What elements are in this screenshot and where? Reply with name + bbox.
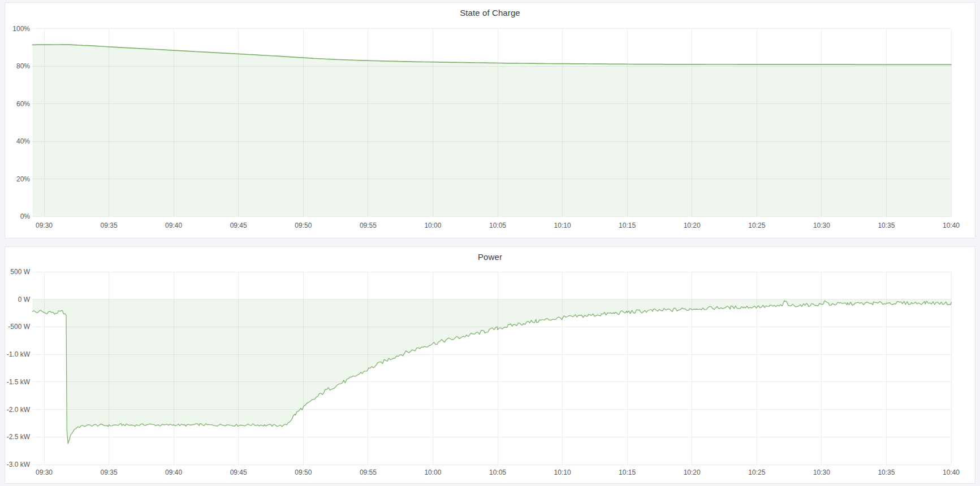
svg-text:-2.0 kW: -2.0 kW [7,406,31,414]
svg-text:09:35: 09:35 [101,222,118,229]
panel-power: Power 500 W0 W-500 W-1.0 kW-1.5 kW-2.0 k… [5,246,975,484]
svg-text:09:35: 09:35 [101,468,118,476]
svg-text:10:25: 10:25 [748,222,765,229]
svg-text:10:30: 10:30 [813,468,830,476]
svg-text:09:45: 09:45 [230,222,247,229]
panel-title-state-of-charge[interactable]: State of Charge [5,8,975,18]
svg-text:09:40: 09:40 [165,222,182,229]
svg-text:500 W: 500 W [10,268,30,276]
panel-state-of-charge: State of Charge 100%80%60%40%20%0%09:300… [5,2,975,238]
svg-text:10:20: 10:20 [684,468,701,476]
svg-text:10:05: 10:05 [489,222,506,229]
svg-text:10:15: 10:15 [619,468,636,476]
svg-text:10:40: 10:40 [943,468,960,476]
svg-text:10:25: 10:25 [748,468,765,476]
svg-text:09:30: 09:30 [36,468,53,476]
y-axis-labels: 100%80%60%40%20%0% [12,25,30,221]
svg-text:0%: 0% [20,212,31,220]
svg-text:-3.0 kW: -3.0 kW [7,461,31,468]
dashboard: State of Charge 100%80%60%40%20%0%09:300… [0,0,980,486]
svg-text:60%: 60% [16,100,30,108]
svg-text:10:20: 10:20 [684,222,701,229]
series-fill [32,300,951,444]
svg-text:09:55: 09:55 [360,222,377,229]
svg-text:80%: 80% [16,62,30,70]
svg-text:10:35: 10:35 [878,468,895,476]
svg-text:10:35: 10:35 [878,222,895,229]
svg-text:0 W: 0 W [18,296,31,303]
svg-text:10:30: 10:30 [813,222,830,229]
svg-text:10:00: 10:00 [424,468,441,476]
svg-text:10:10: 10:10 [554,468,571,476]
svg-text:09:45: 09:45 [230,468,247,476]
svg-text:100%: 100% [12,25,30,33]
series-fill [32,45,951,216]
svg-text:09:40: 09:40 [165,468,182,476]
state-of-charge-chart[interactable]: 100%80%60%40%20%0%09:3009:3509:4009:4509… [5,3,975,238]
svg-text:09:50: 09:50 [295,468,312,476]
svg-text:10:40: 10:40 [943,222,960,229]
x-axis-labels: 09:3009:3509:4009:4509:5009:5510:0010:05… [36,468,960,476]
svg-text:09:30: 09:30 [36,222,53,229]
x-axis-labels: 09:3009:3509:4009:4509:5009:5510:0010:05… [36,222,960,229]
power-chart[interactable]: 500 W0 W-500 W-1.0 kW-1.5 kW-2.0 kW-2.5 … [5,247,975,483]
svg-text:40%: 40% [16,137,30,145]
svg-text:20%: 20% [16,175,30,183]
svg-text:-500 W: -500 W [8,323,30,331]
panel-title-power[interactable]: Power [5,252,975,262]
svg-text:09:55: 09:55 [360,468,377,476]
y-axis-labels: 500 W0 W-500 W-1.0 kW-1.5 kW-2.0 kW-2.5 … [7,268,31,468]
svg-text:-1.5 kW: -1.5 kW [7,378,31,386]
svg-text:10:10: 10:10 [554,222,571,229]
svg-text:10:15: 10:15 [619,222,636,229]
svg-text:10:00: 10:00 [424,222,441,229]
svg-text:09:50: 09:50 [295,222,312,229]
svg-text:10:05: 10:05 [489,468,506,476]
svg-text:-2.5 kW: -2.5 kW [7,433,31,441]
svg-text:-1.0 kW: -1.0 kW [7,350,31,358]
